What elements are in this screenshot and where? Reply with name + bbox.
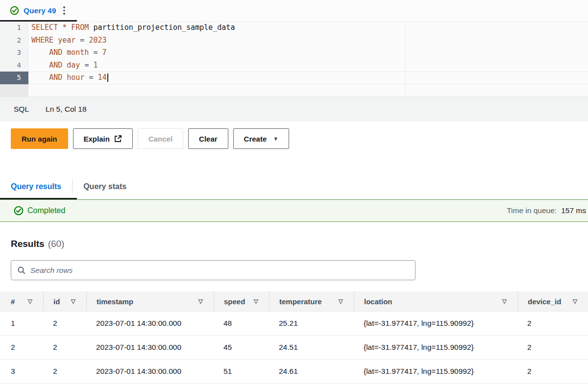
create-button[interactable]: Create ▼ <box>233 128 290 149</box>
cell: 2 <box>517 336 588 359</box>
query-tab-bar: Query 49 <box>0 0 588 22</box>
success-check-icon <box>10 6 19 15</box>
explain-button[interactable]: Explain <box>73 128 133 149</box>
editor-line[interactable]: 2WHERE year = 2023 <box>0 34 588 47</box>
column-label: location <box>364 297 392 306</box>
table-header-row: #▽id▽timestamp▽speed▽temperature▽locatio… <box>0 292 588 312</box>
completed-status-text: Completed <box>27 206 65 215</box>
tab-query-stats[interactable]: Query stats <box>73 175 137 199</box>
editor-line[interactable]: 1SELECT * FROM partition_projection_samp… <box>0 22 588 34</box>
cell: 25.21 <box>269 312 354 335</box>
clear-button[interactable]: Clear <box>188 128 228 149</box>
column-label: temperature <box>279 297 322 306</box>
cell: 24.51 <box>269 336 354 359</box>
tab-options-kebab-icon[interactable] <box>60 4 68 17</box>
search-rows-input[interactable] <box>30 266 409 275</box>
results-table: #▽id▽timestamp▽speed▽temperature▽locatio… <box>0 292 588 384</box>
line-number: 4 <box>0 59 28 72</box>
header-cell-temperature[interactable]: temperature▽ <box>269 292 354 311</box>
results-section: Results (60) #▽id▽timestamp▽speed▽temper… <box>0 239 588 384</box>
column-filter-icon[interactable]: ▽ <box>502 298 507 305</box>
text-cursor <box>107 73 108 82</box>
cell: 2023-07-01 14:30:00.000 <box>86 360 214 383</box>
editor-language-label: SQL <box>14 105 29 114</box>
header-cell-id[interactable]: id▽ <box>43 292 86 311</box>
column-filter-icon[interactable]: ▽ <box>198 298 203 305</box>
time-in-queue-label: Time in queue: <box>507 206 557 215</box>
query-tab[interactable]: Query 49 <box>0 0 75 21</box>
cursor-position-label: Ln 5, Col 18 <box>46 105 87 114</box>
column-filter-icon[interactable]: ▽ <box>573 298 577 305</box>
search-rows-box[interactable] <box>11 260 416 280</box>
external-link-icon <box>114 135 122 143</box>
table-row: 122023-07-01 14:30:00.0004825.21{lat=-31… <box>0 312 588 336</box>
results-heading: Results <box>11 239 45 249</box>
code-text: AND hour = 14 <box>28 72 588 84</box>
cell: 2 <box>517 360 588 383</box>
tab-query-results[interactable]: Query results <box>0 175 72 199</box>
code-text: AND month = 7 <box>28 47 588 59</box>
editor-status-bar: SQL Ln 5, Col 18 <box>0 97 588 122</box>
line-number: 5 <box>0 72 28 84</box>
editor-tail-row <box>0 84 588 97</box>
results-tabs: Query results Query stats <box>0 174 588 199</box>
completion-banner: Completed Time in queue: 157 ms <box>0 199 588 222</box>
code-text: WHERE year = 2023 <box>28 34 588 47</box>
cell: 3 <box>0 360 43 383</box>
cell: 2023-07-01 14:30:00.000 <box>86 312 214 335</box>
code-text: AND day = 1 <box>28 59 588 72</box>
cell: {lat=-31.977417, lng=115.90992} <box>354 336 517 359</box>
cell: 2 <box>0 336 43 359</box>
sql-editor[interactable]: 1SELECT * FROM partition_projection_samp… <box>0 22 588 97</box>
editor-line[interactable]: 3 AND month = 7 <box>0 47 588 59</box>
cell: 24.61 <box>269 360 354 383</box>
column-label: device_id <box>528 297 561 306</box>
cell: 2 <box>43 312 86 335</box>
line-number: 2 <box>0 34 28 47</box>
header-cell-speed[interactable]: speed▽ <box>214 292 269 311</box>
column-filter-icon[interactable]: ▽ <box>254 298 258 305</box>
column-filter-icon[interactable]: ▽ <box>71 298 75 305</box>
run-again-button[interactable]: Run again <box>11 128 68 149</box>
editor-line[interactable]: 5 AND hour = 14 <box>0 72 588 84</box>
cell: 51 <box>214 360 269 383</box>
column-filter-icon[interactable]: ▽ <box>339 298 343 305</box>
cell: 2 <box>43 360 86 383</box>
completed-check-icon <box>14 206 24 216</box>
line-number: 3 <box>0 47 28 59</box>
cell: 48 <box>214 312 269 335</box>
header-cell--[interactable]: #▽ <box>0 292 43 311</box>
action-toolbar: Run again Explain Cancel Clear Create ▼ <box>0 128 588 149</box>
active-results-tab-indicator <box>0 198 77 199</box>
cell: 2 <box>517 312 588 335</box>
column-label: timestamp <box>97 297 133 306</box>
chevron-down-icon: ▼ <box>273 136 278 142</box>
search-icon <box>17 266 26 275</box>
header-cell-timestamp[interactable]: timestamp▽ <box>86 292 214 311</box>
query-tab-title: Query 49 <box>24 6 56 15</box>
results-count: (60) <box>48 239 65 249</box>
line-number: 1 <box>0 22 28 34</box>
code-text: SELECT * FROM partition_projection_sampl… <box>28 22 588 34</box>
editor-line[interactable]: 4 AND day = 1 <box>0 59 588 72</box>
cell: {lat=-31.977417, lng=115.90992} <box>354 360 517 383</box>
cancel-button: Cancel <box>138 128 183 149</box>
time-in-queue-value: 157 ms <box>561 206 586 215</box>
column-label: id <box>53 297 60 306</box>
cell: 2 <box>43 336 86 359</box>
active-tab-indicator <box>0 20 77 22</box>
cell: 2023-07-01 14:30:00.000 <box>86 336 214 359</box>
cell: {lat=-31.977417, lng=115.90992} <box>354 312 517 335</box>
column-label: # <box>11 297 15 306</box>
column-label: speed <box>224 297 245 306</box>
header-cell-location[interactable]: location▽ <box>354 292 517 311</box>
table-row: 322023-07-01 14:30:00.0005124.61{lat=-31… <box>0 360 588 384</box>
column-filter-icon[interactable]: ▽ <box>28 298 32 305</box>
header-cell-device-id[interactable]: device_id▽ <box>517 292 588 311</box>
cell: 45 <box>214 336 269 359</box>
cell: 1 <box>0 312 43 335</box>
table-row: 222023-07-01 14:30:00.0004524.51{lat=-31… <box>0 336 588 360</box>
